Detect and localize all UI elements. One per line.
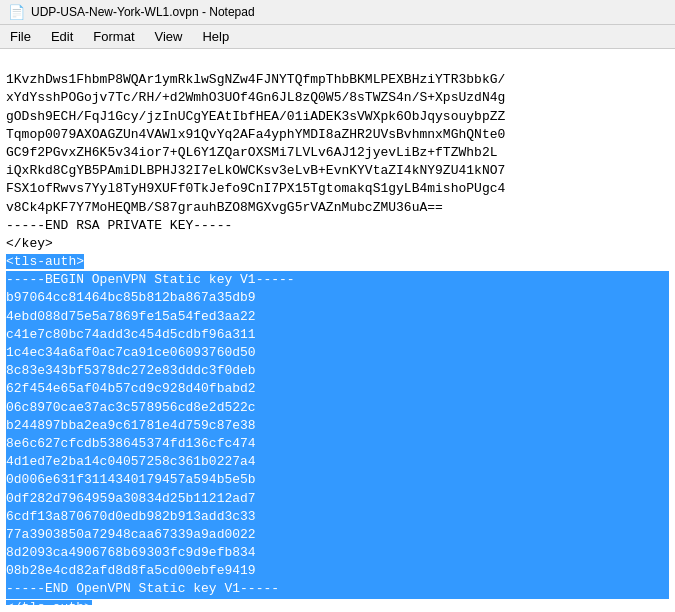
menu-item-file[interactable]: File: [0, 27, 41, 46]
line: 6cdf13a870670d0edb982b913add3c33: [6, 508, 669, 526]
line: 8e6c627cfcdb538645374fd136cfc474: [6, 435, 669, 453]
line: GC9f2PGvxZH6K5v34ior7+QL6Y1ZQarOXSMi7LVL…: [6, 144, 669, 162]
window-title: UDP-USA-New-York-WL1.ovpn - Notepad: [31, 5, 255, 19]
menu-item-format[interactable]: Format: [83, 27, 144, 46]
line: b244897bba2ea9c61781e4d759c87e38: [6, 417, 669, 435]
line: 77a3903850a72948caa67339a9ad0022: [6, 526, 669, 544]
menu-bar: FileEditFormatViewHelp: [0, 25, 675, 49]
line: 1KvzhDws1FhbmP8WQAr1ymRklwSgNZw4FJNYTQfm…: [6, 71, 669, 89]
line: </key>: [6, 235, 669, 253]
line: 62f454e65af04b57cd9c928d40fbabd2: [6, 380, 669, 398]
menu-item-help[interactable]: Help: [192, 27, 239, 46]
line: -----END OpenVPN Static key V1-----: [6, 580, 669, 598]
line: iQxRkd8CgYB5PAmiDLBPHJ32I7eLkOWCKsv3eLvB…: [6, 162, 669, 180]
line: <tls-auth>: [6, 253, 669, 271]
line: FSX1ofRwvs7Yyl8TyH9XUFf0TkJefo9CnI7PX15T…: [6, 180, 669, 198]
line: xYdYsshPOGojv7Tc/RH/+d2WmhO3UOf4Gn6JL8zQ…: [6, 89, 669, 107]
title-bar: 📄 UDP-USA-New-York-WL1.ovpn - Notepad: [0, 0, 675, 25]
app-icon: 📄: [8, 4, 25, 20]
line: c41e7c80bc74add3c454d5cdbf96a311: [6, 326, 669, 344]
line: 0df282d7964959a30834d25b11212ad7: [6, 490, 669, 508]
line: Tqmop0079AXOAGZUn4VAWlx91QvYq2AFa4yphYMD…: [6, 126, 669, 144]
line: 8c83e343bf5378dc272e83dddc3f0deb: [6, 362, 669, 380]
line: 4d1ed7e2ba14c04057258c361b0227a4: [6, 453, 669, 471]
line: -----END RSA PRIVATE KEY-----: [6, 217, 669, 235]
line: gODsh9ECH/FqJ1Gcy/jzInUCgYEAtIbfHEA/01iA…: [6, 108, 669, 126]
line: </tls-auth>: [6, 599, 669, 605]
line: 4ebd088d75e5a7869fe15a54fed3aa22: [6, 308, 669, 326]
line: 8d2093ca4906768b69303fc9d9efb834: [6, 544, 669, 562]
menu-item-view[interactable]: View: [145, 27, 193, 46]
editor-content[interactable]: 1KvzhDws1FhbmP8WQAr1ymRklwSgNZw4FJNYTQfm…: [0, 49, 675, 605]
line: 08b28e4cd82afd8d8fa5cd00ebfe9419: [6, 562, 669, 580]
line: b97064cc81464bc85b812ba867a35db9: [6, 289, 669, 307]
line: 06c8970cae37ac3c578956cd8e2d522c: [6, 399, 669, 417]
menu-item-edit[interactable]: Edit: [41, 27, 83, 46]
line: v8Ck4pKF7Y7MoHEQMB/S87grauhBZO8MGXvgG5rV…: [6, 199, 669, 217]
line: 0d006e631f3114340179457a594b5e5b: [6, 471, 669, 489]
line: -----BEGIN OpenVPN Static key V1-----: [6, 271, 669, 289]
line: 1c4ec34a6af0ac7ca91ce06093760d50: [6, 344, 669, 362]
